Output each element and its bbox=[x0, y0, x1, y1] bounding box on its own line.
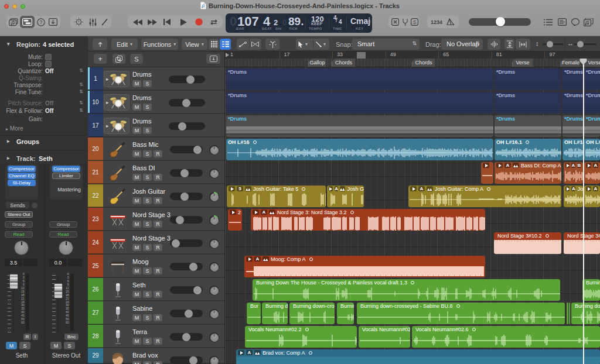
svg-text:?: ? bbox=[39, 19, 42, 25]
svg-text:S: S bbox=[413, 19, 417, 25]
